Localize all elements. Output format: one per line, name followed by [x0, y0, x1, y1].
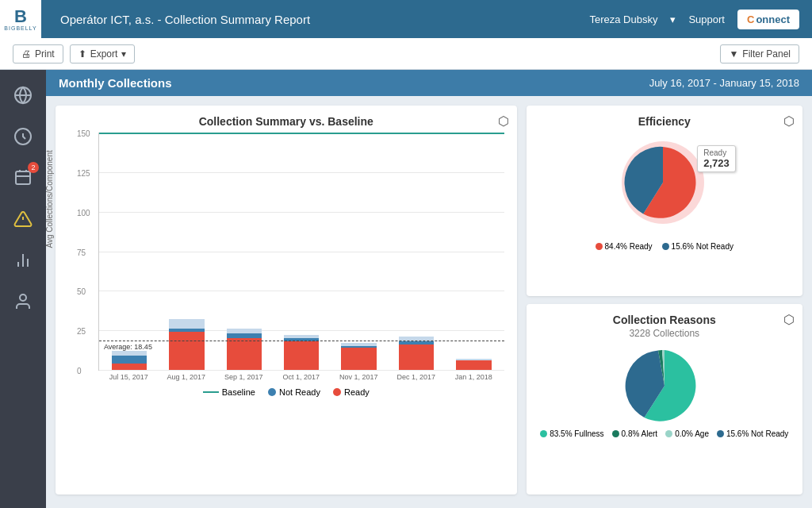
export-icon: ⬆	[79, 48, 86, 60]
svg-point-12	[20, 294, 26, 301]
bar-ready-5	[399, 344, 434, 370]
logo-letter: B	[14, 8, 27, 25]
x-label-2: Sep 1, 2017	[216, 373, 271, 381]
legend-alert: 0.8% Alert	[612, 429, 658, 438]
collection-reasons-legend: 83.5% Fullness 0.8% Alert 0.0% Age	[536, 429, 793, 438]
sidebar-item-reports[interactable]	[4, 241, 42, 279]
x-axis-labels: Jul 15, 2017 Aug 1, 2017 Sep 1, 2017 Oct…	[98, 373, 504, 381]
legend-not-ready-label: Not Ready	[279, 387, 320, 397]
bar-ready-6	[456, 360, 491, 370]
legend-baseline: Baseline	[203, 387, 255, 397]
x-label-6: Jan 1, 2018	[446, 373, 501, 381]
tooltip-value: 2,723	[703, 157, 730, 169]
filter-icon: ▼	[729, 48, 738, 60]
main-content: Monthly Collections July 16, 2017 - Janu…	[46, 70, 812, 508]
ready-legend-label: 84.4% Ready	[605, 242, 653, 251]
age-dot	[665, 430, 672, 437]
svg-rect-3	[16, 171, 30, 184]
bar-group-2	[217, 133, 271, 370]
legend-reasons-not-ready: 15.6% Not Ready	[717, 429, 788, 438]
export-button[interactable]: ⬆ Export ▾	[70, 44, 136, 64]
x-label-0: Jul 15, 2017	[102, 373, 156, 381]
export-chevron-icon: ▾	[121, 48, 126, 60]
collection-reasons-pie-chart	[609, 342, 720, 429]
bar-chart-panel: Collection Summary vs. Baseline ⬡ Avg Co…	[56, 106, 517, 495]
sidebar: 2	[0, 70, 46, 508]
bar-light-1	[169, 319, 204, 329]
bar-group-5	[389, 133, 443, 370]
bar-chart-legend: Baseline Not Ready Ready	[65, 387, 508, 397]
print-icon: 🖨	[21, 48, 31, 60]
fullness-dot	[540, 430, 547, 437]
reasons-not-ready-dot	[717, 430, 724, 437]
alerts-badge: 2	[28, 162, 39, 173]
bars-container	[99, 133, 504, 370]
bar-group-4	[331, 133, 385, 370]
collection-reasons-title: Collection Reasons	[536, 314, 793, 326]
x-label-4: Nov 1, 2017	[331, 373, 386, 381]
bar-ready-2	[227, 338, 262, 370]
top-navbar: B BIGBELLY Operátor ICT, a.s. - Collecti…	[0, 0, 812, 38]
alert-dot	[612, 430, 619, 437]
ready-dot	[596, 243, 603, 250]
collection-reasons-panel: Collection Reasons 3228 Collections ⬡	[527, 304, 802, 495]
efficiency-tooltip: Ready 2,723	[697, 145, 736, 172]
support-link[interactable]: Support	[688, 13, 725, 25]
charts-area: Collection Summary vs. Baseline ⬡ Avg Co…	[46, 96, 812, 504]
legend-not-ready-item: 15.6% Not Ready	[662, 242, 733, 251]
not-ready-legend-label: 15.6% Not Ready	[672, 242, 733, 251]
reasons-not-ready-label: 15.6% Not Ready	[726, 429, 788, 438]
efficiency-export-icon[interactable]: ⬡	[783, 114, 795, 129]
bar-not-ready-0	[112, 356, 147, 364]
logo: B BIGBELLY	[0, 0, 41, 38]
legend-not-ready: Not Ready	[268, 387, 320, 397]
legend-baseline-line	[203, 391, 219, 393]
sidebar-item-dashboard[interactable]	[4, 76, 42, 114]
sidebar-item-warnings[interactable]	[4, 200, 42, 238]
toolbar: 🖨 Print ⬆ Export ▾ ▼ Filter Panel	[0, 38, 812, 70]
collection-reasons-export-icon[interactable]: ⬡	[783, 312, 795, 327]
age-label: 0.0% Age	[675, 429, 709, 438]
section-header: Monthly Collections July 16, 2017 - Janu…	[46, 70, 812, 96]
section-date: July 16, 2017 - January 15, 2018	[649, 77, 799, 89]
bar-ready-3	[284, 341, 319, 370]
alert-label: 0.8% Alert	[622, 429, 658, 438]
bar-chart-export-icon[interactable]: ⬡	[498, 114, 509, 129]
filter-panel-button[interactable]: ▼ Filter Panel	[720, 44, 799, 64]
fullness-label: 83.5% Fullness	[550, 429, 603, 438]
average-label: Average: 18.45	[102, 343, 154, 351]
efficiency-panel: Efficiency ⬡	[527, 106, 802, 296]
section-title: Monthly Collections	[59, 76, 172, 90]
sidebar-item-admin[interactable]	[4, 283, 42, 321]
average-line	[99, 341, 504, 341]
bar-chart-title: Collection Summary vs. Baseline	[65, 115, 508, 128]
connect-button[interactable]: Connect	[737, 10, 799, 29]
teal-line	[99, 133, 504, 134]
legend-baseline-label: Baseline	[222, 387, 255, 397]
user-menu[interactable]: Tereza Dubsky	[589, 13, 657, 25]
bar-ready-0	[112, 364, 147, 370]
print-button[interactable]: 🖨 Print	[13, 44, 63, 64]
legend-ready-item: 84.4% Ready	[596, 242, 653, 251]
x-label-1: Aug 1, 2017	[159, 373, 214, 381]
bar-ready-4	[341, 348, 376, 370]
y-axis-label: Avg Collections/Component	[46, 150, 54, 248]
bar-group-6	[446, 133, 500, 370]
legend-age: 0.0% Age	[665, 429, 709, 438]
grid-line-0: 0	[99, 370, 504, 371]
logo-text: BIGBELLY	[4, 25, 36, 31]
collection-reasons-pie-wrap	[536, 342, 793, 429]
sidebar-item-alerts[interactable]: 2	[4, 159, 42, 197]
efficiency-pie-wrap: Ready 2,723	[536, 131, 793, 237]
legend-ready-label: Ready	[344, 387, 370, 397]
legend-ready: Ready	[333, 387, 370, 397]
sidebar-item-analytics[interactable]	[4, 117, 42, 156]
bar-group-1	[159, 133, 213, 370]
tooltip-label: Ready	[703, 148, 730, 157]
collection-reasons-subtitle: 3228 Collections	[536, 328, 793, 339]
legend-fullness: 83.5% Fullness	[540, 429, 603, 438]
efficiency-title: Efficiency	[536, 115, 793, 128]
bar-group-3	[274, 133, 328, 370]
not-ready-dot	[662, 243, 669, 250]
right-panels: Efficiency ⬡	[527, 106, 802, 495]
